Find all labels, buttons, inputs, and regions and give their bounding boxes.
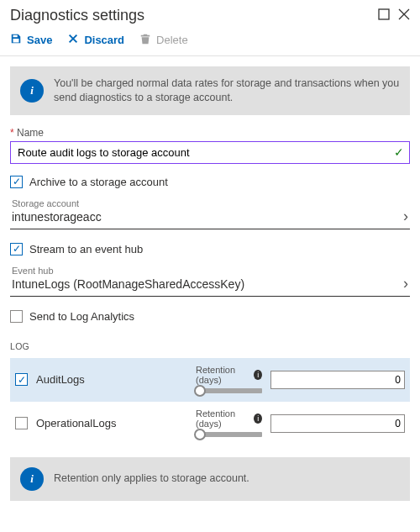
event-hub-picker[interactable]: Event hub IntuneLogs (RootManageSharedAc…	[10, 262, 410, 297]
save-label: Save	[27, 34, 52, 46]
info-icon: i	[20, 79, 44, 103]
info-text: You'll be charged normal data rates for …	[54, 76, 400, 105]
storage-account-picker[interactable]: Storage account intunestorageacc ›	[10, 195, 410, 229]
retention-label: Retention (days) i	[196, 365, 262, 385]
chevron-right-icon: ›	[403, 208, 408, 224]
log-analytics-checkbox[interactable]	[10, 310, 23, 323]
eventhub-picker-label: Event hub	[12, 266, 244, 276]
info-banner-rates: i You'll be charged normal data rates fo…	[10, 66, 410, 115]
info-mini-icon[interactable]: i	[254, 370, 262, 380]
name-label: * Name	[10, 127, 410, 139]
svg-rect-0	[379, 9, 389, 19]
storage-picker-value: intunestorageacc	[12, 210, 102, 224]
validation-check-icon: ✓	[394, 145, 404, 159]
log-row-auditlogs[interactable]: AuditLogs Retention (days) i	[10, 358, 410, 402]
stream-label: Stream to an event hub	[29, 243, 143, 255]
log-analytics-label: Send to Log Analytics	[29, 310, 134, 323]
info-text: Retention only applies to storage accoun…	[54, 471, 249, 486]
name-input-wrap[interactable]: ✓	[10, 141, 410, 164]
info-banner-retention: i Retention only applies to storage acco…	[10, 457, 410, 501]
retention-input[interactable]	[270, 414, 405, 433]
close-icon[interactable]	[398, 8, 410, 23]
retention-input[interactable]	[270, 371, 405, 389]
discard-label: Discard	[84, 34, 124, 46]
page-title: Diagnostics settings	[10, 7, 144, 24]
delete-label: Delete	[156, 34, 188, 46]
save-icon	[10, 33, 22, 47]
stream-checkbox[interactable]	[10, 243, 23, 255]
retention-label: Retention (days) i	[196, 408, 262, 429]
log-name: AuditLogs	[36, 373, 187, 386]
eventhub-picker-value: IntuneLogs (RootManageSharedAccessKey)	[12, 277, 244, 291]
log-row-operationallogs[interactable]: OperationalLogs Retention (days) i	[10, 402, 410, 445]
name-input[interactable]	[16, 145, 394, 160]
storage-picker-label: Storage account	[12, 198, 102, 208]
info-icon: i	[20, 467, 44, 491]
info-mini-icon[interactable]: i	[254, 413, 262, 424]
delete-button: Delete	[139, 33, 188, 47]
discard-icon	[67, 33, 79, 47]
operationallogs-checkbox[interactable]	[15, 417, 28, 429]
log-name: OperationalLogs	[36, 417, 187, 429]
restore-window-icon[interactable]	[378, 8, 390, 23]
trash-icon	[139, 33, 151, 47]
retention-slider[interactable]	[196, 430, 262, 439]
log-section-heading: LOG	[10, 341, 410, 351]
save-button[interactable]: Save	[10, 33, 52, 47]
archive-checkbox[interactable]	[10, 176, 23, 188]
archive-label: Archive to a storage account	[29, 176, 168, 188]
discard-button[interactable]: Discard	[67, 33, 124, 47]
auditlogs-checkbox[interactable]	[15, 373, 28, 386]
chevron-right-icon: ›	[403, 276, 408, 291]
retention-slider[interactable]	[196, 387, 262, 395]
